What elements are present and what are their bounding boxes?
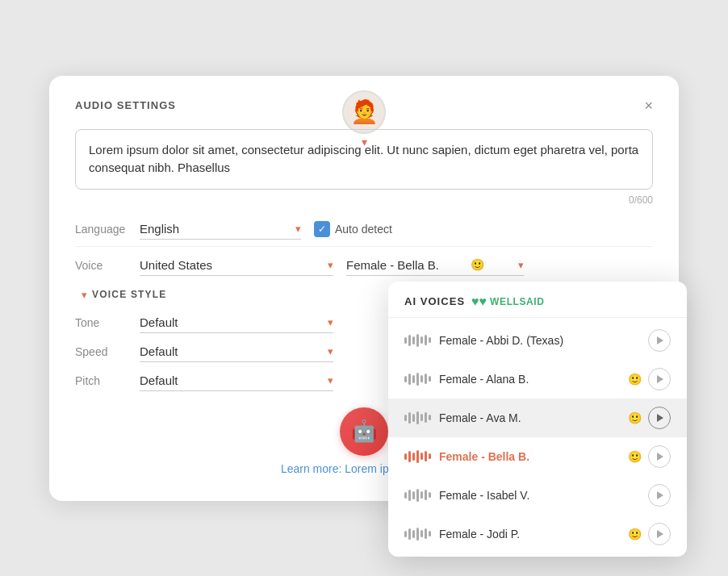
waveform-icon <box>404 334 431 347</box>
pitch-chevron-icon: ▾ <box>328 374 333 386</box>
wellsaid-brand: WELLSAID <box>490 296 544 307</box>
close-button[interactable]: × <box>644 98 653 113</box>
text-content: Lorem ipsum dolor sit amet, consectetur … <box>89 141 639 177</box>
play-button[interactable] <box>648 484 671 507</box>
pitch-value: Default <box>140 374 178 387</box>
robot-icon: 🤖 <box>351 419 377 444</box>
voice-smiley-icon: 🙂 <box>628 411 642 424</box>
play-button[interactable] <box>648 445 671 468</box>
voice-smiley-icon: 🙂 <box>628 528 642 541</box>
waveform-icon <box>404 489 431 502</box>
waveform-icon <box>404 450 431 463</box>
language-label: Language <box>75 223 140 236</box>
voice-bella-value: Female - Bella B. <box>346 258 439 272</box>
speed-chevron-icon: ▾ <box>328 345 333 357</box>
checkmark-icon: ✓ <box>318 223 326 235</box>
language-chevron-icon: ▾ <box>295 223 301 235</box>
voice-smiley-icon: 🙂 <box>628 373 642 386</box>
voice-list-item[interactable]: Female - Jodi P. 🙂 <box>388 515 687 553</box>
play-icon <box>657 491 663 499</box>
voice-name: Female - Alana B. <box>439 373 625 386</box>
voice-name: Female - Bella B. <box>439 450 625 463</box>
voice-name: Female - Abbi D. (Texas) <box>439 334 642 347</box>
voice-country-value: United States <box>140 258 212 272</box>
audio-settings-card: AUDIO SETTINGS 🧑‍🦰 ▾ × Lorem ipsum dolor… <box>49 76 679 501</box>
voice-row: Voice United States ▾ Female - Bella B. … <box>75 255 653 276</box>
language-value: English <box>140 222 179 236</box>
play-button[interactable] <box>648 523 671 545</box>
wellsaid-logo: ♥♥ WELLSAID <box>471 294 544 309</box>
play-icon <box>657 336 663 344</box>
play-button[interactable] <box>648 329 671 352</box>
voice-list-item[interactable]: Female - Ava M. 🙂 <box>388 399 687 437</box>
voice-list-item[interactable]: Female - Abbi D. (Texas) <box>388 321 687 360</box>
pitch-select[interactable]: Default ▾ <box>140 370 333 391</box>
robot-button[interactable]: 🤖 <box>340 407 388 456</box>
settings-header: AUDIO SETTINGS 🧑‍🦰 ▾ × <box>75 98 653 113</box>
speed-label: Speed <box>75 345 140 358</box>
tone-select[interactable]: Default ▾ <box>140 312 333 333</box>
settings-title: AUDIO SETTINGS <box>75 99 176 111</box>
waveform-icon <box>404 528 431 541</box>
tone-label: Tone <box>75 316 140 329</box>
waveform-icon <box>404 373 431 386</box>
voice-name: Female - Ava M. <box>439 411 625 424</box>
voices-dropdown: AI VOICES ♥♥ WELLSAID Female - Abbi D. (… <box>388 282 687 557</box>
voice-label: Voice <box>75 259 140 272</box>
play-icon <box>657 453 663 461</box>
speed-value: Default <box>140 344 178 358</box>
language-select[interactable]: English ▾ <box>140 219 301 240</box>
text-input-area[interactable]: Lorem ipsum dolor sit amet, consectetur … <box>75 129 653 190</box>
voice-name: Female - Jodi P. <box>439 528 625 541</box>
language-row: Language English ▾ ✓ Auto detect <box>75 219 653 247</box>
voice-country-select[interactable]: United States ▾ <box>140 255 333 276</box>
voice-smiley-icon: 🙂 <box>471 258 484 271</box>
voice-list-item[interactable]: Female - Isabel V. <box>388 476 687 515</box>
auto-detect-label: Auto detect <box>335 223 392 236</box>
voice-style-chevron-icon: ▾ <box>82 289 87 301</box>
voice-smiley-icon: 🙂 <box>628 450 642 463</box>
auto-detect-checkbox[interactable]: ✓ <box>314 221 330 237</box>
play-icon <box>657 414 663 422</box>
avatar-face-icon: 🧑‍🦰 <box>350 98 379 125</box>
voice-bella-select[interactable]: Female - Bella B. 🙂 ▾ <box>346 255 524 276</box>
wellsaid-heart-icon: ♥♥ <box>471 294 487 309</box>
play-button[interactable] <box>648 407 671 429</box>
voice-list-item[interactable]: Female - Alana B. 🙂 <box>388 360 687 399</box>
voice-bella-chevron-icon: ▾ <box>518 259 524 271</box>
speed-select[interactable]: Default ▾ <box>140 341 333 362</box>
play-icon <box>657 530 663 538</box>
avatar: 🧑‍🦰 <box>342 90 386 134</box>
waveform-icon <box>404 411 431 424</box>
play-icon <box>657 375 663 383</box>
play-button[interactable] <box>648 368 671 390</box>
dropdown-title: AI VOICES <box>404 295 465 307</box>
voice-name: Female - Isabel V. <box>439 489 642 502</box>
tone-chevron-icon: ▾ <box>328 316 333 328</box>
voice-list-item[interactable]: Female - Bella B. 🙂 <box>388 437 687 476</box>
voice-style-title: VOICE STYLE <box>92 289 167 300</box>
char-count: 0/600 <box>75 194 653 206</box>
voice-list: Female - Abbi D. (Texas) Female - Alana … <box>388 318 687 557</box>
tone-value: Default <box>140 315 178 329</box>
auto-detect-wrap: ✓ Auto detect <box>314 221 392 237</box>
dropdown-header: AI VOICES ♥♥ WELLSAID <box>388 282 687 318</box>
voice-country-chevron-icon: ▾ <box>328 259 333 271</box>
pitch-label: Pitch <box>75 374 140 387</box>
